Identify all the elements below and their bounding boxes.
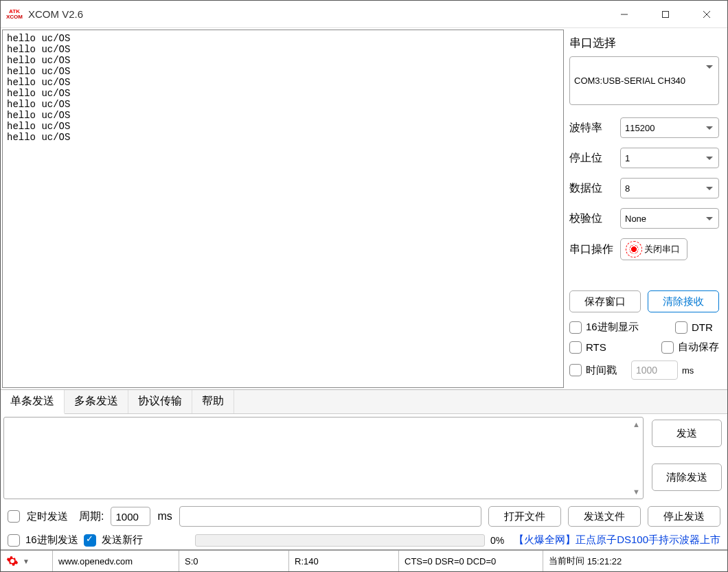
port-status-icon [628,243,640,255]
maximize-button[interactable] [645,1,686,28]
tab-multi-send[interactable]: 多条发送 [65,390,128,413]
window-title: XCOM V2.6 [28,8,83,20]
status-received: R:140 [289,551,399,571]
stopbit-select[interactable]: 1 [620,148,719,168]
status-signals: CTS=0 DSR=0 DCD=0 [399,551,543,571]
timestamp-unit: ms [682,365,694,376]
promo-link[interactable]: 【火爆全网】正点原子DS100手持示波器上市 [514,534,720,547]
period-unit: ms [157,510,172,523]
tab-single-send[interactable]: 单条发送 [1,390,65,414]
send-textarea[interactable]: ▲ ▼ [3,417,644,499]
databit-select[interactable]: 8 [620,178,719,198]
app-logo: ATK XCOM [5,5,24,24]
parity-label: 校验位 [569,211,620,226]
status-url[interactable]: www.openedv.com [53,551,179,571]
port-select-label: 串口选择 [569,35,719,51]
send-panel: 单条发送 多条发送 协议传输 帮助 ▲ ▼ 发送 清除发送 定时发送 周期: m… [1,389,727,549]
port-select[interactable]: COM3:USB-SERIAL CH340 [569,56,719,105]
send-tabs: 单条发送 多条发送 协议传输 帮助 [1,390,727,414]
main-area: hello uc/OS hello uc/OS hello uc/OS hell… [1,28,727,389]
gear-icon[interactable] [6,555,19,567]
baud-select[interactable]: 115200 [620,117,719,138]
svg-rect-1 [663,11,669,17]
send-newline-checkbox[interactable] [84,534,96,547]
progress-percent: 0% [490,535,504,546]
autosave-checkbox[interactable] [661,341,674,354]
timestamp-interval-input[interactable] [631,361,678,380]
close-port-button[interactable]: 关闭串口 [620,238,687,260]
baud-label: 波特率 [569,121,620,135]
status-time-label: 当前时间 [549,555,584,567]
period-input[interactable] [111,507,150,526]
status-bar: ▼ www.openedv.com S:0 R:140 CTS=0 DSR=0 … [1,549,727,571]
serial-settings-panel: 串口选择 COM3:USB-SERIAL CH340 波特率115200 停止位… [565,28,727,389]
databit-label: 数据位 [569,181,620,196]
open-file-button[interactable]: 打开文件 [488,506,561,527]
hex-send-checkbox[interactable] [8,534,20,547]
hex-display-checkbox[interactable] [569,321,582,334]
tab-protocol[interactable]: 协议传输 [128,390,192,413]
stop-send-button[interactable]: 停止发送 [648,506,720,527]
port-op-label: 串口操作 [569,242,620,257]
progress-bar [195,534,485,547]
period-label: 周期: [79,510,104,524]
scroll-down-icon[interactable]: ▼ [633,488,640,496]
timestamp-checkbox[interactable] [569,364,582,376]
stopbit-label: 停止位 [569,151,620,165]
send-button[interactable]: 发送 [652,420,722,447]
status-sent: S:0 [179,551,289,571]
timed-send-checkbox[interactable] [8,510,20,523]
status-time: 15:21:22 [587,556,622,567]
receive-textarea[interactable]: hello uc/OS hello uc/OS hello uc/OS hell… [2,30,564,388]
clear-send-button[interactable]: 清除发送 [652,464,722,491]
rts-checkbox[interactable] [569,341,582,354]
dtr-checkbox[interactable] [675,321,687,334]
tab-help[interactable]: 帮助 [192,390,234,413]
gear-dropdown-icon[interactable]: ▼ [23,558,30,565]
minimize-button[interactable] [604,1,645,28]
send-file-button[interactable]: 发送文件 [568,506,641,527]
save-window-button[interactable]: 保存窗口 [569,290,641,312]
close-button[interactable] [686,1,727,28]
file-path-input[interactable] [179,506,481,527]
clear-receive-button[interactable]: 清除接收 [648,290,719,312]
titlebar: ATK XCOM XCOM V2.6 [1,1,727,28]
parity-select[interactable]: None [620,208,719,229]
scroll-up-icon[interactable]: ▲ [633,420,640,428]
